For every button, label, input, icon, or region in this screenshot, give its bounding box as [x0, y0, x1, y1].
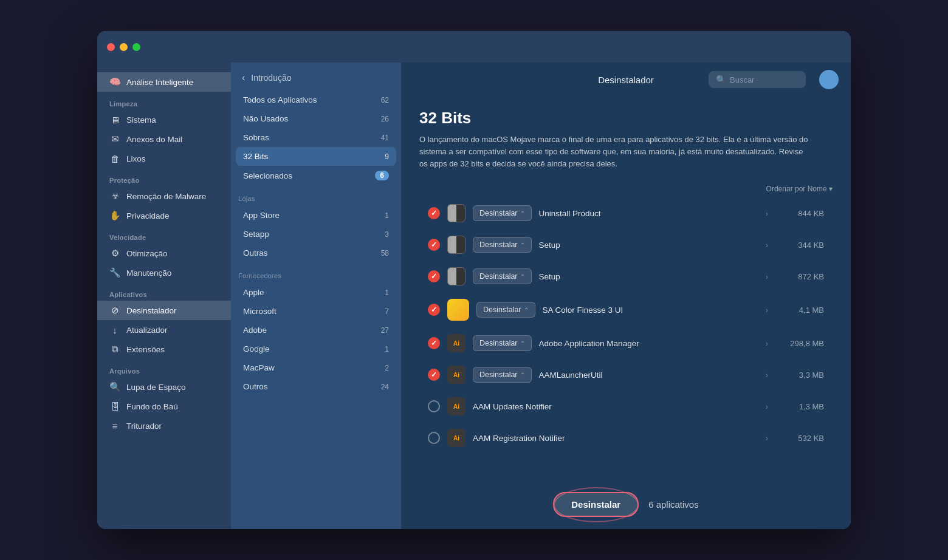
checkbox-adobe-app-manager[interactable]: [428, 337, 440, 349]
filter-google[interactable]: Google 1: [236, 340, 396, 358]
filter-macpaw[interactable]: MacPaw 2: [236, 358, 396, 377]
sidebar-item-otimizacao[interactable]: ⚙ Otimização: [97, 244, 231, 263]
table-row[interactable]: Desinstalar ⌃ Setup › 344 KB: [419, 230, 833, 260]
uninstall-button-setup-1[interactable]: Desinstalar ⌃: [473, 237, 532, 253]
filter-label: Todos os Aplicativos: [243, 95, 317, 104]
app-icon-uninstall-product: [447, 204, 465, 222]
filter-32-bits[interactable]: 32 Bits 9: [236, 147, 396, 166]
page-description: O lançamento do macOS Mojave marca o fin…: [419, 134, 808, 170]
sidebar-item-lixos[interactable]: 🗑 Lixos: [97, 149, 231, 168]
fornecedores-list: Apple 1 Microsoft 7 Adobe 27 Google 1 Ma…: [231, 283, 401, 396]
uninstall-button-uninstall-product[interactable]: Desinstalar ⌃: [473, 205, 532, 221]
bottom-bar: Desinstalar 6 aplicativos: [401, 482, 851, 529]
header-title: Desinstalador: [555, 75, 696, 85]
mail-icon: ✉: [109, 134, 120, 145]
filter-app-store[interactable]: App Store 1: [236, 206, 396, 225]
sidebar-item-label: Manutenção: [126, 268, 171, 278]
filter-outras[interactable]: Outras 58: [236, 244, 396, 262]
filter-nao-usados[interactable]: Não Usados 26: [236, 109, 396, 128]
sidebar-item-lupa[interactable]: 🔍 Lupa de Espaço: [97, 377, 231, 397]
checkbox-aam-launcher[interactable]: [428, 369, 440, 381]
sidebar-item-desinstalador[interactable]: ⊘ Desinstalador: [97, 301, 231, 320]
titlebar: [97, 31, 851, 63]
sidebar-item-label: Análise Inteligente: [126, 78, 193, 87]
sidebar-section-arquivos: Arquivos: [97, 359, 231, 377]
minimize-button[interactable]: [120, 43, 128, 51]
checkbox-setup-1[interactable]: [428, 239, 440, 251]
uninstall-main-button[interactable]: Desinstalar: [553, 492, 639, 517]
checkbox-aam-updates[interactable]: [428, 400, 440, 412]
sidebar-item-atualizador[interactable]: ↓ Atualizador: [97, 320, 231, 340]
sidebar-item-privacidade[interactable]: ✋ Privacidade: [97, 206, 231, 225]
chevron-right-icon: ›: [766, 402, 768, 411]
close-button[interactable]: [107, 43, 115, 51]
sidebar-item-extensoes[interactable]: ⧉ Extensões: [97, 340, 231, 359]
sidebar-section-limpeza: Limpeza: [97, 92, 231, 110]
sidebar-item-label: Extensões: [126, 345, 165, 354]
table-row[interactable]: Desinstalar ⌃ Setup › 872 KB: [419, 261, 833, 292]
filter-count: 1: [385, 289, 389, 297]
sidebar-item-label: Atualizador: [126, 326, 168, 335]
uninstall-button-aam-launcher[interactable]: Desinstalar ⌃: [473, 367, 532, 383]
sidebar-item-label: Remoção de Malware: [126, 192, 206, 201]
uninstall-button-adobe-app-manager[interactable]: Desinstalar ⌃: [473, 335, 532, 351]
analise-icon: 🧠: [109, 77, 120, 87]
uninstall-btn-label: Desinstalar: [479, 272, 518, 281]
sort-label[interactable]: Ordenar por Nome ▾: [766, 185, 833, 193]
center-panel: ‹ Introdução Todos os Aplicativos 62 Não…: [231, 63, 401, 529]
chevron-right-icon: ›: [766, 339, 768, 348]
checkbox-setup-2[interactable]: [428, 270, 440, 282]
filter-apple[interactable]: Apple 1: [236, 283, 396, 302]
sidebar-item-analise-inteligente[interactable]: 🧠 Análise Inteligente: [97, 72, 231, 92]
filter-adobe[interactable]: Adobe 27: [236, 321, 396, 340]
maximize-button[interactable]: [132, 43, 140, 51]
chevron-right-icon: ›: [766, 434, 768, 443]
app-name-aam-updates: AAM Updates Notifier: [473, 402, 758, 411]
table-row[interactable]: Desinstalar ⌃ Uninstall Product › 844 KB: [419, 198, 833, 228]
filter-todos-aplicativos[interactable]: Todos os Aplicativos 62: [236, 90, 396, 109]
sidebar-item-sistema[interactable]: 🖥 Sistema: [97, 110, 231, 129]
app-icon-sa-color: [447, 299, 469, 321]
app-size-setup-1: 344 KB: [775, 241, 824, 250]
app-name-adobe-app-manager: Adobe Application Manager: [539, 339, 758, 348]
lupa-icon: 🔍: [109, 381, 120, 392]
sidebar-item-malware[interactable]: ☣ Remoção de Malware: [97, 186, 231, 206]
table-row[interactable]: Desinstalar ⌃ SA Color Finesse 3 UI › 4,…: [419, 293, 833, 327]
filter-label: Setapp: [243, 230, 269, 239]
app-name-uninstall-product: Uninstall Product: [539, 209, 758, 218]
table-row[interactable]: Desinstalar ⌃ Adobe Application Manager …: [419, 328, 833, 358]
sidebar-item-label: Anexos do Mail: [126, 135, 182, 144]
sort-bar: Ordenar por Nome ▾: [419, 185, 833, 193]
uninstall-button-setup-2[interactable]: Desinstalar ⌃: [473, 268, 532, 284]
app-size-aam-updates: 1,3 MB: [775, 402, 824, 411]
filter-microsoft[interactable]: Microsoft 7: [236, 302, 396, 321]
avatar-button[interactable]: [819, 70, 839, 89]
checkbox-uninstall-product[interactable]: [428, 207, 440, 219]
sidebar-item-manutencao[interactable]: 🔧 Manutenção: [97, 263, 231, 282]
sidebar-section-protecao: Proteção: [97, 168, 231, 186]
right-header: Desinstalador 🔍: [401, 63, 851, 97]
uninstall-btn-label: Desinstalar: [479, 370, 518, 379]
table-row[interactable]: Desinstalar ⌃ AAMLauncherUtil › 3,3 MB: [419, 360, 833, 390]
search-input[interactable]: [730, 75, 799, 84]
sidebar-item-label: Triturador: [126, 422, 162, 431]
sidebar-item-triturador[interactable]: ≡ Triturador: [97, 416, 231, 435]
table-row[interactable]: AAM Registration Notifier › 532 KB: [419, 423, 833, 453]
sidebar-item-label: Desinstalador: [126, 306, 177, 315]
table-row[interactable]: AAM Updates Notifier › 1,3 MB: [419, 391, 833, 422]
checkbox-sa-color[interactable]: [428, 304, 440, 316]
filter-sobras[interactable]: Sobras 41: [236, 128, 396, 147]
filter-badge: 6: [375, 171, 389, 180]
filter-selecionados[interactable]: Selecionados 6: [236, 166, 396, 185]
filter-setapp[interactable]: Setapp 3: [236, 225, 396, 244]
sidebar-item-anexos-mail[interactable]: ✉ Anexos do Mail: [97, 129, 231, 149]
checkbox-aam-registration[interactable]: [428, 432, 440, 444]
app-size-uninstall-product: 844 KB: [775, 209, 824, 218]
uninstall-btn-label: Desinstalar: [479, 209, 518, 217]
uninstall-button-sa-color[interactable]: Desinstalar ⌃: [476, 302, 535, 318]
back-button[interactable]: ‹: [242, 72, 245, 83]
atualizador-icon: ↓: [109, 324, 120, 335]
sidebar-item-label: Lupa de Espaço: [126, 383, 186, 392]
filter-outros[interactable]: Outros 24: [236, 377, 396, 396]
sidebar-item-fundo-bau[interactable]: 🗄 Fundo do Baú: [97, 397, 231, 416]
